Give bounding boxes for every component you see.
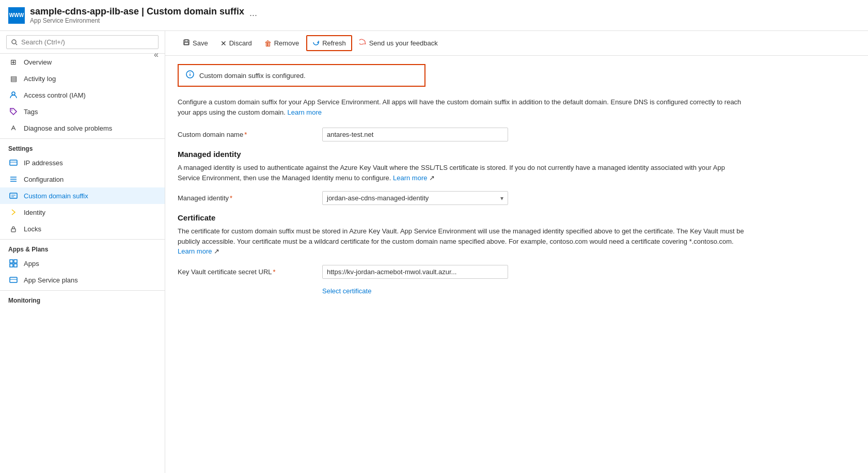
feedback-label: Send us your feedback [369,39,438,47]
ip-icon [8,159,19,167]
certificate-section-title: Certificate [178,213,856,222]
search-input[interactable] [6,35,159,49]
description-content: Configure a custom domain suffix for you… [178,98,741,116]
sidebar-item-identity[interactable]: Identity [0,204,165,220]
description-text: Configure a custom domain suffix for you… [178,97,746,117]
sidebar-item-overview[interactable]: ⊞ Overview [0,54,154,70]
diagnose-icon [8,124,19,132]
sidebar-item-label: Access control (IAM) [24,91,86,99]
svg-point-23 [190,72,191,73]
key-vault-input[interactable] [322,265,508,279]
svg-rect-12 [10,260,13,263]
refresh-icon [312,39,320,48]
locks-icon [8,225,19,233]
info-banner-text: Custom domain suffix is configured. [199,72,306,80]
refresh-label: Refresh [322,39,346,47]
sidebar-item-label: App Service plans [24,276,78,284]
sidebar-item-label: Identity [24,209,45,216]
sidebar-item-custom-domain-suffix[interactable]: Custom domain suffix [0,187,165,204]
remove-button[interactable]: 🗑 Remove [259,37,304,50]
toolbar: Save ✕ Discard 🗑 Remove Refresh Send [165,31,868,56]
chevron-down-icon: ▾ [500,195,503,202]
sidebar-item-label: Custom domain suffix [24,192,88,200]
page-subtitle: App Service Environment [30,17,244,24]
custom-domain-row: Custom domain name* [178,128,856,141]
main-layout: « ⊞ Overview ▤ Activity log Access contr… [0,31,868,473]
feedback-icon [359,39,367,48]
activity-log-icon: ▤ [8,74,19,83]
managed-identity-label: Managed identity* [178,194,322,202]
header: WWW sample-cdns-app-ilb-ase | Custom dom… [0,0,868,31]
sidebar-item-access-control[interactable]: Access control (IAM) [0,87,165,103]
svg-rect-14 [10,264,13,267]
sidebar-item-diagnose[interactable]: Diagnose and solve problems [0,120,165,136]
tags-icon [8,107,19,116]
svg-point-1 [11,109,12,111]
custom-domain-icon [8,192,19,200]
feedback-button[interactable]: Send us your feedback [354,36,443,50]
sidebar-item-label: Activity log [24,75,56,83]
header-title-area: sample-cdns-app-ilb-ase | Custom domain … [30,6,244,24]
sidebar-item-app-service-plans[interactable]: App Service plans [0,272,165,288]
apps-icon [8,259,19,267]
discard-label: Discard [229,39,252,47]
content-area: Save ✕ Discard 🗑 Remove Refresh Send [165,31,868,473]
description-learn-more-link[interactable]: Learn more [287,108,321,116]
custom-domain-input[interactable] [322,128,508,141]
sidebar-item-configuration[interactable]: Configuration [0,171,165,187]
configuration-icon [8,175,19,183]
discard-icon: ✕ [220,39,227,48]
page-title: sample-cdns-app-ilb-ase | Custom domain … [30,6,244,17]
svg-point-0 [12,92,15,95]
key-vault-row: Key Vault certificate secret URL* [178,265,856,279]
svg-rect-3 [10,160,17,165]
sidebar-item-locks[interactable]: Locks [0,220,165,237]
sidebar-item-label: Diagnose and solve problems [24,124,112,132]
key-vault-label: Key Vault certificate secret URL* [178,268,322,276]
svg-rect-13 [14,260,17,263]
refresh-button[interactable]: Refresh [306,35,352,51]
sidebar-item-label: Apps [24,260,39,267]
sidebar-item-label: Configuration [24,176,64,183]
app-service-plans-icon [8,276,19,284]
select-certificate-link[interactable]: Select certificate [322,287,856,295]
sidebar-item-activity-log[interactable]: ▤ Activity log [0,70,165,87]
save-button[interactable]: Save [178,36,213,50]
save-label: Save [193,39,208,47]
svg-rect-8 [10,193,17,198]
sidebar-item-label: Tags [24,108,38,116]
svg-rect-15 [14,264,17,267]
sidebar-item-apps[interactable]: Apps [0,255,165,272]
remove-label: Remove [274,39,299,47]
info-icon [186,70,194,81]
sidebar-item-label: Overview [24,58,52,66]
page-content: Custom domain suffix is configured. Conf… [165,56,868,473]
sidebar-item-label: Locks [24,225,41,233]
monitoring-section-label: Monitoring [0,290,165,306]
managed-identity-value: jordan-ase-cdns-managed-identity [327,194,429,202]
certificate-learn-more-link[interactable]: Learn more [178,247,212,255]
overview-icon: ⊞ [8,58,19,66]
more-options-button[interactable]: ··· [249,10,257,21]
identity-icon [8,208,19,216]
app-icon: WWW [8,7,25,24]
sidebar-search-area: « [0,31,165,54]
collapse-button[interactable]: « [154,50,159,59]
svg-rect-11 [11,229,15,232]
discard-button[interactable]: ✕ Discard [215,37,257,50]
custom-domain-label: Custom domain name* [178,131,322,138]
sidebar-item-ip-addresses[interactable]: IP addresses [0,154,165,171]
managed-identity-row: Managed identity* jordan-ase-cdns-manage… [178,191,856,205]
managed-identity-dropdown[interactable]: jordan-ase-cdns-managed-identity ▾ [322,191,508,205]
managed-identity-learn-more-link[interactable]: Learn more [393,174,427,182]
save-icon [183,39,190,48]
apps-plans-section-label: Apps & Plans [0,239,165,255]
managed-identity-desc: A managed identity is used to authentica… [178,163,746,183]
sidebar-item-label: IP addresses [24,159,63,167]
sidebar: « ⊞ Overview ▤ Activity log Access contr… [0,31,165,473]
info-banner: Custom domain suffix is configured. [178,64,425,87]
svg-rect-20 [184,42,188,44]
app-icon-text: WWW [9,12,24,18]
sidebar-item-tags[interactable]: Tags [0,103,165,120]
settings-section-label: Settings [0,138,165,154]
